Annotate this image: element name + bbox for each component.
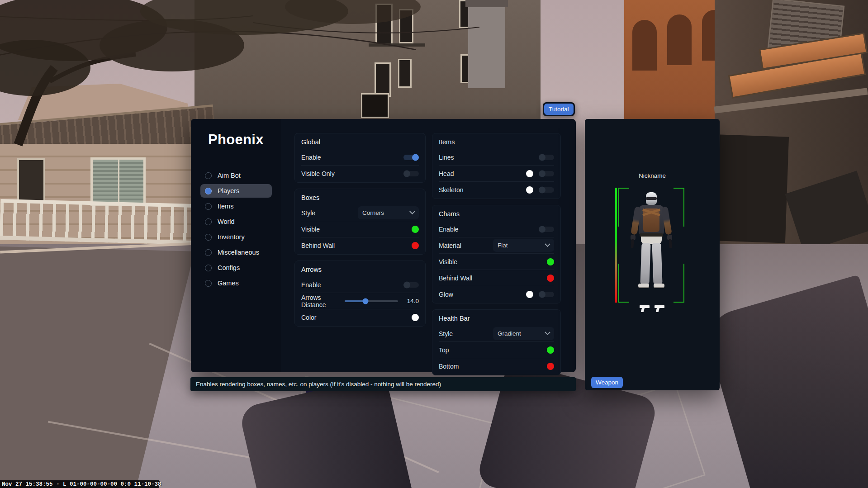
chevron-down-icon <box>545 241 550 247</box>
arch <box>632 20 657 71</box>
arrows-color-swatch[interactable] <box>412 314 419 321</box>
setting-label: Visible <box>301 226 412 233</box>
setting-row-color: Color <box>301 309 419 325</box>
sidebar-item-aim-bot[interactable]: Aim Bot <box>200 169 272 182</box>
sidebar-item-items[interactable]: Items <box>200 199 272 213</box>
sidebar-item-label: Games <box>218 280 239 287</box>
sidebar-item-configs[interactable]: Configs <box>200 261 272 275</box>
sidebar-item-world[interactable]: World <box>200 215 272 228</box>
health-bar-style-dropdown[interactable]: Gradient <box>493 327 554 340</box>
toggle-knob <box>539 170 545 177</box>
setting-row-arrows-distance: Arrows Distance 14.0 <box>301 293 419 309</box>
arch <box>667 14 692 65</box>
sidebar-item-players[interactable]: Players <box>200 184 272 198</box>
setting-row-bottom: Bottom <box>439 358 554 374</box>
setting-label: Enable <box>301 281 403 289</box>
radio-icon <box>205 280 212 287</box>
player-model-mask-eyes <box>646 197 657 200</box>
setting-label: Color <box>301 314 412 321</box>
setting-row-style: Style Gradient <box>439 326 554 341</box>
visible-color-swatch[interactable] <box>412 226 419 233</box>
lines-toggle[interactable] <box>539 155 554 160</box>
glow-color-swatch[interactable] <box>526 291 533 298</box>
chams-behind-wall-color-swatch[interactable] <box>547 275 554 282</box>
box-corner <box>674 264 684 303</box>
setting-row-head: Head <box>439 165 554 181</box>
toggle-knob <box>539 291 545 298</box>
setting-row-visible: Visible <box>439 253 554 270</box>
player-model-pistol <box>669 239 672 248</box>
health-bottom-color-swatch[interactable] <box>547 363 554 370</box>
weapon-button[interactable]: Weapon <box>591 377 623 388</box>
head-toggle[interactable] <box>539 171 554 176</box>
player-preview-panel: Nickname <box>585 119 720 390</box>
weapon-button-wrap: Weapon <box>591 377 623 388</box>
dropdown-value: Gradient <box>498 330 521 337</box>
section-title: Global <box>301 134 419 149</box>
section-title: Boxes <box>301 190 419 205</box>
column-left: Global Enable Visible Only Boxes Style <box>294 133 426 332</box>
sidebar-item-games[interactable]: Games <box>200 276 272 290</box>
weapon-icons <box>640 304 665 312</box>
head-color-swatch[interactable] <box>526 170 533 177</box>
setting-row-style: Style Corners <box>301 205 419 221</box>
sidebar-item-miscellaneous[interactable]: Miscellaneous <box>200 246 272 259</box>
setting-row-behind-wall: Behind Wall <box>439 270 554 286</box>
setting-label: Glow <box>439 291 526 298</box>
sidebar-item-label: Miscellaneous <box>218 249 259 256</box>
health-top-color-swatch[interactable] <box>547 346 554 354</box>
setting-row-skeleton: Skeleton <box>439 181 554 198</box>
behind-wall-color-swatch[interactable] <box>412 242 419 249</box>
skeleton-color-swatch[interactable] <box>526 186 533 194</box>
toggle-knob <box>539 186 545 193</box>
boxes-style-dropdown[interactable]: Corners <box>358 206 419 219</box>
arrows-distance-slider[interactable] <box>345 300 398 302</box>
timestamp-watermark: Nov 27 15:38:55 - L 01-00-00-00-00 0:0 1… <box>0 480 159 488</box>
box-corner <box>618 188 629 227</box>
glow-toggle[interactable] <box>539 292 554 297</box>
setting-row-material: Material Flat <box>439 237 554 253</box>
setting-label: Visible Only <box>301 170 403 177</box>
doorway <box>716 134 789 243</box>
setting-label: Style <box>301 209 358 217</box>
tooltip-bar: Enables rendering boxes, names, etc. on … <box>190 377 576 391</box>
column-right: Items Lines Head Skeleton <box>432 133 561 381</box>
arrows-enable-toggle[interactable] <box>403 282 419 288</box>
setting-row-visible-only: Visible Only <box>301 165 419 181</box>
radio-icon <box>205 218 212 225</box>
section-items: Items Lines Head Skeleton <box>432 133 561 199</box>
chevron-down-icon <box>545 329 550 335</box>
setting-label: Arrows Distance <box>301 294 345 308</box>
section-arrows: Arrows Enable Arrows Distance 14.0 <box>294 261 426 327</box>
radio-icon <box>205 203 212 210</box>
dropdown-value: Corners <box>362 209 384 216</box>
pistol-grip <box>656 308 660 312</box>
enable-toggle[interactable] <box>403 155 419 160</box>
setting-label: Enable <box>301 154 403 161</box>
player-model-shoe <box>654 284 664 288</box>
player-model-pistol <box>631 239 634 248</box>
setting-label: Style <box>439 330 493 337</box>
health-gradient-bar <box>615 188 617 303</box>
sidebar-item-label: Configs <box>218 264 240 271</box>
setting-row-top: Top <box>439 341 554 358</box>
shuttered-window <box>90 157 146 206</box>
visible-only-toggle[interactable] <box>403 171 419 176</box>
skeleton-toggle[interactable] <box>539 187 554 193</box>
material-dropdown[interactable]: Flat <box>493 239 554 252</box>
section-title: Arrows <box>301 262 419 277</box>
nav-list: Aim Bot Players Items World Inventory <box>191 169 281 290</box>
dropdown-value: Flat <box>498 242 508 249</box>
radio-icon <box>205 265 212 271</box>
sidebar: Phoenix Aim Bot Players Items World <box>191 119 281 372</box>
toggle-knob <box>412 154 419 161</box>
sidebar-item-inventory[interactable]: Inventory <box>200 230 272 244</box>
chams-enable-toggle[interactable] <box>539 227 554 232</box>
section-title: Health Bar <box>439 311 554 326</box>
section-title: Items <box>439 134 554 149</box>
chams-visible-color-swatch[interactable] <box>547 258 554 265</box>
tutorial-button[interactable]: Tutorial <box>544 104 574 115</box>
setting-label: Head <box>439 170 526 177</box>
slider-knob[interactable] <box>363 298 369 304</box>
sidebar-item-label: World <box>218 218 235 225</box>
